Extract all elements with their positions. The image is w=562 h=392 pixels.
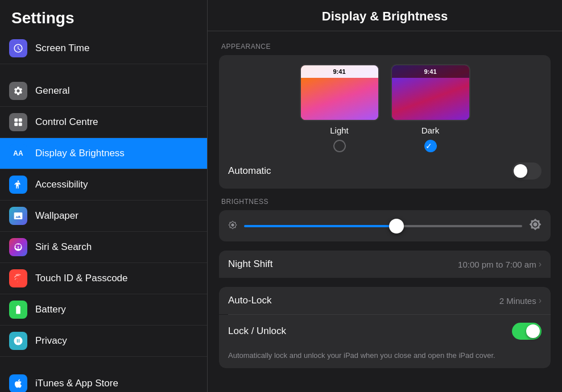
wallpaper-label: Wallpaper: [35, 210, 78, 222]
privacy-label: Privacy: [35, 335, 67, 347]
sidebar-divider-1: [0, 64, 207, 76]
privacy-icon: [9, 332, 27, 350]
accessibility-label: Accessibility: [35, 179, 88, 190]
battery-icon: [9, 301, 27, 319]
display-label: Display & Brightness: [35, 148, 125, 159]
sidebar-title: Settings: [11, 9, 74, 27]
dark-wallpaper: [392, 78, 469, 120]
appearance-option-light[interactable]: 9:41 Light: [300, 64, 379, 152]
svg-rect-1: [19, 118, 22, 122]
sidebar-item-battery[interactable]: Battery: [0, 294, 207, 326]
general-icon: [9, 82, 27, 100]
light-wallpaper: [301, 78, 378, 120]
sidebar-item-controlcentre[interactable]: Control Centre: [0, 107, 207, 138]
night-shift-chevron: ›: [539, 259, 542, 269]
brightness-card: [219, 210, 551, 241]
sidebar-item-wallpaper[interactable]: Wallpaper: [0, 201, 207, 232]
touchid-icon: [9, 269, 27, 287]
light-preview: 9:41: [300, 64, 379, 121]
svg-rect-0: [14, 118, 18, 122]
dark-radio[interactable]: ✓: [424, 140, 437, 152]
lock-unlock-toggle[interactable]: [512, 323, 542, 340]
battery-label: Battery: [35, 304, 66, 315]
sidebar-item-general[interactable]: General: [0, 76, 207, 107]
light-label: Light: [330, 126, 349, 135]
brightness-section-label: BRIGHTNESS: [219, 198, 551, 206]
dark-statusbar: 9:41: [392, 65, 469, 78]
general-label: General: [35, 85, 69, 97]
content-title: Display & Brightness: [322, 9, 448, 23]
automatic-row: Automatic: [228, 160, 542, 180]
brightness-bright-icon: [529, 218, 542, 233]
content-header: Display & Brightness: [208, 0, 562, 31]
dark-preview: 9:41: [391, 64, 470, 121]
auto-lock-row[interactable]: Auto-Lock 2 Minutes ›: [219, 287, 551, 314]
sidebar: Settings Screen Time General Control Cen…: [0, 0, 208, 392]
display-icon: AA: [9, 144, 27, 162]
appearance-options: 9:41 Light 9:41 Dark: [228, 64, 542, 152]
auto-lock-chevron: ›: [539, 295, 542, 306]
light-statusbar: 9:41: [301, 65, 378, 78]
automatic-toggle[interactable]: [512, 162, 542, 180]
appearance-card: 9:41 Light 9:41 Dark: [219, 55, 551, 189]
lock-unlock-row: Lock / Unlock: [219, 315, 551, 348]
controlcentre-label: Control Centre: [35, 116, 98, 128]
brightness-slider[interactable]: [244, 225, 522, 227]
lock-toggle-knob: [526, 324, 540, 338]
check-icon: ✓: [425, 141, 432, 151]
svg-rect-3: [19, 123, 22, 126]
lock-description-text: Automatically lock and unlock your iPad …: [228, 351, 495, 360]
autolock-group: Auto-Lock 2 Minutes › Lock / Unlock Auto…: [219, 287, 551, 368]
controlcentre-icon: [9, 113, 27, 131]
sidebar-item-screentime[interactable]: Screen Time: [0, 33, 207, 64]
night-shift-label: Night Shift: [228, 258, 272, 270]
sidebar-items-list: Screen Time General Control Centre AA Di…: [0, 33, 207, 392]
sidebar-item-appstore[interactable]: iTunes & App Store: [0, 368, 207, 392]
appearance-option-dark[interactable]: 9:41 Dark ✓: [391, 64, 470, 152]
brightness-section: BRIGHTNESS: [219, 198, 551, 241]
auto-lock-value: 2 Minutes ›: [499, 295, 542, 306]
content-body: APPEARANCE 9:41 Light: [208, 31, 562, 381]
wallpaper-icon: [9, 207, 27, 225]
night-shift-value: 10:00 pm to 7:00 am ›: [458, 259, 542, 269]
light-radio[interactable]: [333, 140, 346, 152]
night-shift-group: Night Shift 10:00 pm to 7:00 am ›: [219, 251, 551, 278]
lock-description: Automatically lock and unlock your iPad …: [219, 348, 551, 368]
automatic-label: Automatic: [228, 165, 271, 177]
touchid-label: Touch ID & Passcode: [35, 273, 128, 284]
sidebar-item-siri[interactable]: Siri & Search: [0, 232, 207, 263]
siri-label: Siri & Search: [35, 241, 92, 253]
appstore-label: iTunes & App Store: [35, 378, 118, 389]
content-area: Display & Brightness APPEARANCE 9:41 Lig…: [208, 0, 562, 392]
accessibility-icon: [9, 176, 27, 194]
toggle-knob: [514, 164, 527, 178]
auto-lock-label: Auto-Lock: [228, 295, 272, 306]
sidebar-item-accessibility[interactable]: Accessibility: [0, 169, 207, 201]
screentime-icon: [9, 39, 27, 57]
sidebar-item-privacy[interactable]: Privacy: [0, 326, 207, 357]
screentime-label: Screen Time: [35, 43, 89, 54]
dark-label: Dark: [422, 126, 440, 135]
lock-unlock-label: Lock / Unlock: [228, 326, 286, 337]
svg-point-4: [18, 181, 19, 182]
appstore-icon: [9, 374, 27, 392]
sidebar-item-touchid[interactable]: Touch ID & Passcode: [0, 263, 207, 294]
siri-icon: [9, 238, 27, 256]
sidebar-item-display[interactable]: AA Display & Brightness: [0, 138, 207, 169]
night-shift-row[interactable]: Night Shift 10:00 pm to 7:00 am ›: [219, 251, 551, 278]
sidebar-divider-2: [0, 357, 207, 368]
sidebar-header: Settings: [0, 0, 207, 33]
brightness-dim-icon: [228, 220, 237, 231]
svg-rect-2: [14, 123, 18, 126]
appearance-section-label: APPEARANCE: [219, 43, 551, 51]
